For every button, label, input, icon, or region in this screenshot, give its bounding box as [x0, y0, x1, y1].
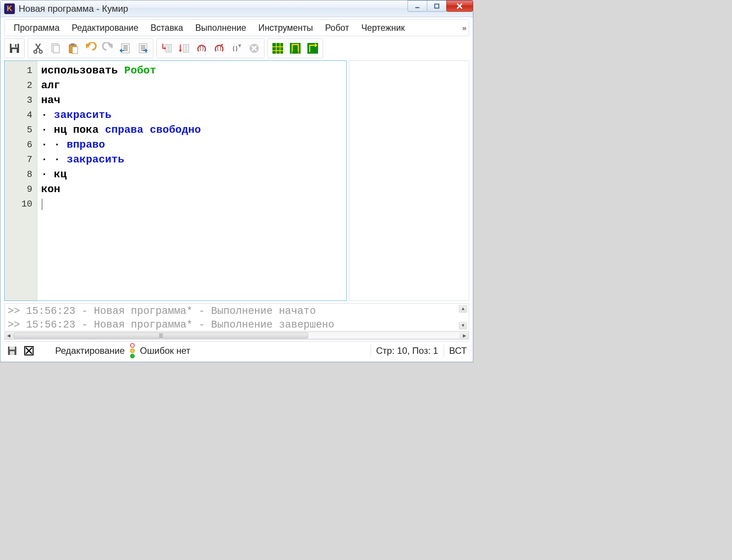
- svg-rect-27: [10, 347, 15, 350]
- svg-rect-0: [415, 7, 420, 8]
- drafter-icon[interactable]: [305, 41, 320, 56]
- run-icon[interactable]: {}: [194, 41, 209, 56]
- scroll-down-icon[interactable]: ▼: [459, 322, 467, 329]
- code-line[interactable]: нач: [41, 93, 342, 108]
- scroll-left-icon[interactable]: ◄: [5, 332, 13, 339]
- code-line[interactable]: [41, 197, 342, 212]
- console-vscroll[interactable]: ▲ ▼: [459, 305, 467, 329]
- status-insert-section: ВСТ: [449, 345, 467, 356]
- svg-rect-4: [12, 49, 17, 53]
- line-number: 2: [5, 78, 37, 93]
- toolbar: {} {} {}: [4, 38, 469, 58]
- menu-run[interactable]: Выполнение: [189, 21, 252, 35]
- svg-rect-9: [53, 45, 59, 53]
- maximize-button[interactable]: [427, 0, 447, 12]
- menu-robot[interactable]: Робот: [319, 21, 355, 35]
- menu-insert[interactable]: Вставка: [145, 21, 189, 35]
- svg-text:{}: {}: [232, 45, 238, 52]
- toolbar-group-actors: [267, 38, 323, 58]
- code-line[interactable]: алг: [41, 78, 342, 93]
- svg-rect-5: [15, 44, 16, 47]
- console-hscroll[interactable]: ◄ ►: [4, 331, 469, 340]
- editor-pane[interactable]: 12345678910 использовать Роботалгнач· за…: [4, 60, 347, 301]
- save-icon[interactable]: [7, 41, 22, 56]
- paste-icon[interactable]: [65, 41, 81, 56]
- menubar: Программа Редактирование Вставка Выполне…: [4, 19, 469, 36]
- side-panel: [349, 60, 469, 301]
- status-errors: Ошибок нет: [140, 345, 190, 356]
- svg-rect-3: [11, 44, 18, 48]
- undo-icon[interactable]: [83, 41, 98, 56]
- status-position: Стр: 10, Поз: 1: [376, 345, 438, 356]
- window-buttons: [408, 0, 473, 13]
- svg-text:{}: {}: [199, 45, 204, 51]
- run-fast-icon[interactable]: {}: [212, 41, 227, 56]
- line-number: 9: [5, 182, 37, 197]
- console[interactable]: >> 15:56:23 - Новая программа* - Выполне…: [4, 303, 469, 331]
- svg-rect-15: [166, 45, 171, 52]
- svg-rect-24: [292, 51, 298, 54]
- status-mode: Редактирование: [55, 345, 125, 356]
- code-area[interactable]: использовать Роботалгнач· закрасить· нц …: [37, 61, 346, 301]
- line-number: 4: [5, 108, 37, 123]
- window-title: Новая программа - Кумир: [19, 3, 128, 14]
- stop-icon[interactable]: [247, 41, 262, 56]
- console-line: >> 15:56:23 - Новая программа* - Выполне…: [8, 318, 466, 331]
- indent-right-icon[interactable]: [135, 41, 151, 56]
- svg-rect-28: [10, 351, 14, 355]
- code-line[interactable]: кон: [41, 182, 342, 197]
- code-line[interactable]: · закрасить: [41, 108, 342, 123]
- code-line[interactable]: · кц: [41, 167, 342, 182]
- step-into-icon[interactable]: [159, 41, 174, 56]
- app-icon: K: [4, 3, 15, 14]
- menu-tools[interactable]: Инструменты: [252, 21, 319, 35]
- line-number: 10: [5, 197, 37, 212]
- step-over-icon[interactable]: [177, 41, 192, 56]
- minimize-button[interactable]: [407, 0, 427, 12]
- app-window: K Новая программа - Кумир Программа Реда…: [0, 0, 473, 362]
- svg-point-6: [34, 50, 37, 53]
- menu-edit[interactable]: Редактирование: [66, 21, 145, 35]
- console-line: >> 15:56:23 - Новая программа* - Выполне…: [8, 304, 466, 318]
- scroll-thumb[interactable]: [14, 332, 308, 339]
- traffic-light-icon: [130, 343, 135, 358]
- line-number: 8: [5, 167, 37, 182]
- close-button[interactable]: [446, 0, 473, 12]
- svg-rect-12: [72, 47, 78, 54]
- scroll-up-icon[interactable]: ▲: [459, 305, 467, 313]
- toolbar-group-run: {} {} {}: [156, 38, 264, 58]
- redo-icon[interactable]: [100, 41, 116, 56]
- robot-field-icon[interactable]: [288, 41, 303, 56]
- code-line[interactable]: · · вправо: [41, 137, 342, 152]
- status-mode-section: Редактирование: [55, 345, 125, 356]
- status-insert-mode: ВСТ: [449, 345, 467, 356]
- status-errors-section: Ошибок нет: [140, 345, 190, 356]
- menu-overflow-icon[interactable]: »: [462, 24, 466, 32]
- toolbar-group-file: [4, 38, 25, 58]
- cut-icon[interactable]: [30, 41, 46, 56]
- menu-drafter[interactable]: Чертежник: [355, 21, 411, 35]
- line-number: 6: [5, 137, 37, 152]
- robot-grid-icon[interactable]: [270, 41, 285, 56]
- svg-point-7: [39, 50, 42, 53]
- line-number: 7: [5, 152, 37, 167]
- line-number: 5: [5, 123, 37, 137]
- status-save-icon[interactable]: [6, 345, 18, 356]
- scroll-right-icon[interactable]: ►: [460, 332, 469, 339]
- code-line[interactable]: использовать Робот: [41, 63, 342, 78]
- main-area: 12345678910 использовать Роботалгнач· за…: [4, 60, 469, 301]
- status-position-section: Стр: 10, Поз: 1: [376, 345, 438, 356]
- line-number: 1: [5, 63, 37, 78]
- svg-text:{}: {}: [216, 45, 221, 51]
- run-to-icon[interactable]: {}: [229, 41, 244, 56]
- scroll-track[interactable]: [14, 332, 460, 339]
- code-line[interactable]: · · закрасить: [41, 152, 342, 167]
- svg-rect-11: [71, 43, 75, 46]
- line-number: 3: [5, 93, 37, 108]
- code-line[interactable]: · нц пока справа свободно: [41, 123, 342, 137]
- menu-program[interactable]: Программа: [8, 21, 66, 35]
- indent-left-icon[interactable]: [118, 41, 133, 56]
- status-close-icon[interactable]: [23, 345, 35, 356]
- svg-rect-21: [272, 43, 283, 54]
- copy-icon[interactable]: [48, 41, 63, 56]
